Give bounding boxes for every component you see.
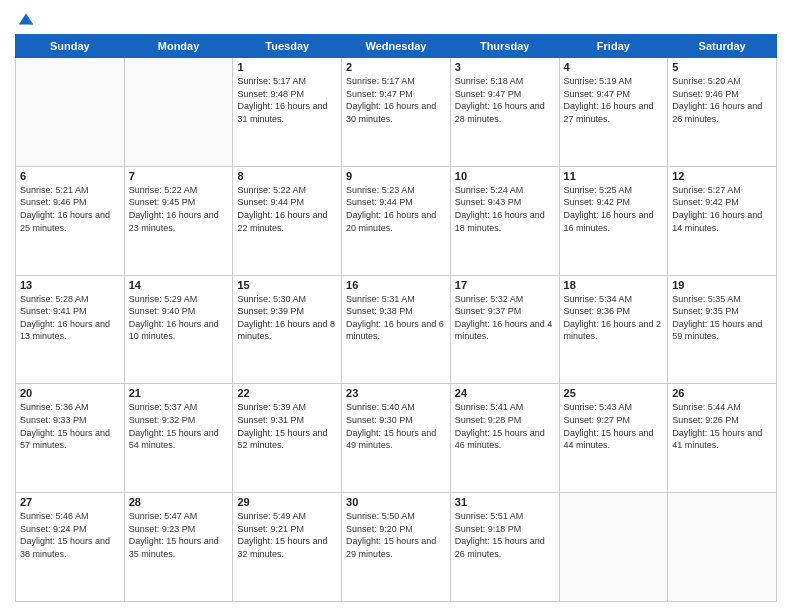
day-number: 13 [20,279,120,291]
calendar-cell: 28Sunrise: 5:47 AM Sunset: 9:23 PM Dayli… [124,493,233,602]
day-number: 2 [346,61,446,73]
calendar-cell: 26Sunrise: 5:44 AM Sunset: 9:26 PM Dayli… [668,384,777,493]
day-number: 20 [20,387,120,399]
calendar-cell: 31Sunrise: 5:51 AM Sunset: 9:18 PM Dayli… [450,493,559,602]
day-number: 26 [672,387,772,399]
calendar-cell: 8Sunrise: 5:22 AM Sunset: 9:44 PM Daylig… [233,166,342,275]
cell-text: Sunrise: 5:19 AM Sunset: 9:47 PM Dayligh… [564,75,664,125]
calendar-cell: 25Sunrise: 5:43 AM Sunset: 9:27 PM Dayli… [559,384,668,493]
calendar-cell: 21Sunrise: 5:37 AM Sunset: 9:32 PM Dayli… [124,384,233,493]
cell-text: Sunrise: 5:25 AM Sunset: 9:42 PM Dayligh… [564,184,664,234]
day-number: 11 [564,170,664,182]
calendar-cell: 18Sunrise: 5:34 AM Sunset: 9:36 PM Dayli… [559,275,668,384]
calendar-cell [16,58,125,167]
weekday-header: Thursday [450,35,559,58]
day-number: 18 [564,279,664,291]
cell-text: Sunrise: 5:46 AM Sunset: 9:24 PM Dayligh… [20,510,120,560]
header [15,10,777,28]
day-number: 8 [237,170,337,182]
calendar-cell [124,58,233,167]
calendar-cell: 23Sunrise: 5:40 AM Sunset: 9:30 PM Dayli… [342,384,451,493]
calendar-cell: 4Sunrise: 5:19 AM Sunset: 9:47 PM Daylig… [559,58,668,167]
day-number: 3 [455,61,555,73]
calendar-cell: 3Sunrise: 5:18 AM Sunset: 9:47 PM Daylig… [450,58,559,167]
cell-text: Sunrise: 5:44 AM Sunset: 9:26 PM Dayligh… [672,401,772,451]
day-number: 15 [237,279,337,291]
day-number: 16 [346,279,446,291]
day-number: 21 [129,387,229,399]
cell-text: Sunrise: 5:41 AM Sunset: 9:28 PM Dayligh… [455,401,555,451]
day-number: 12 [672,170,772,182]
calendar-cell: 6Sunrise: 5:21 AM Sunset: 9:46 PM Daylig… [16,166,125,275]
logo [15,10,35,28]
calendar-cell: 12Sunrise: 5:27 AM Sunset: 9:42 PM Dayli… [668,166,777,275]
day-number: 24 [455,387,555,399]
calendar-cell: 29Sunrise: 5:49 AM Sunset: 9:21 PM Dayli… [233,493,342,602]
page: SundayMondayTuesdayWednesdayThursdayFrid… [0,0,792,612]
cell-text: Sunrise: 5:47 AM Sunset: 9:23 PM Dayligh… [129,510,229,560]
cell-text: Sunrise: 5:22 AM Sunset: 9:45 PM Dayligh… [129,184,229,234]
day-number: 17 [455,279,555,291]
calendar-cell [668,493,777,602]
calendar-cell: 17Sunrise: 5:32 AM Sunset: 9:37 PM Dayli… [450,275,559,384]
cell-text: Sunrise: 5:29 AM Sunset: 9:40 PM Dayligh… [129,293,229,343]
day-number: 29 [237,496,337,508]
day-number: 19 [672,279,772,291]
weekday-header: Wednesday [342,35,451,58]
cell-text: Sunrise: 5:37 AM Sunset: 9:32 PM Dayligh… [129,401,229,451]
calendar-cell: 30Sunrise: 5:50 AM Sunset: 9:20 PM Dayli… [342,493,451,602]
calendar-cell: 16Sunrise: 5:31 AM Sunset: 9:38 PM Dayli… [342,275,451,384]
day-number: 9 [346,170,446,182]
cell-text: Sunrise: 5:23 AM Sunset: 9:44 PM Dayligh… [346,184,446,234]
day-number: 5 [672,61,772,73]
calendar-cell: 20Sunrise: 5:36 AM Sunset: 9:33 PM Dayli… [16,384,125,493]
day-number: 6 [20,170,120,182]
day-number: 22 [237,387,337,399]
calendar-cell: 1Sunrise: 5:17 AM Sunset: 9:48 PM Daylig… [233,58,342,167]
day-number: 14 [129,279,229,291]
cell-text: Sunrise: 5:30 AM Sunset: 9:39 PM Dayligh… [237,293,337,343]
day-number: 25 [564,387,664,399]
weekday-header: Monday [124,35,233,58]
day-number: 7 [129,170,229,182]
cell-text: Sunrise: 5:17 AM Sunset: 9:47 PM Dayligh… [346,75,446,125]
calendar-cell: 11Sunrise: 5:25 AM Sunset: 9:42 PM Dayli… [559,166,668,275]
cell-text: Sunrise: 5:34 AM Sunset: 9:36 PM Dayligh… [564,293,664,343]
cell-text: Sunrise: 5:31 AM Sunset: 9:38 PM Dayligh… [346,293,446,343]
calendar-cell: 9Sunrise: 5:23 AM Sunset: 9:44 PM Daylig… [342,166,451,275]
cell-text: Sunrise: 5:32 AM Sunset: 9:37 PM Dayligh… [455,293,555,343]
cell-text: Sunrise: 5:39 AM Sunset: 9:31 PM Dayligh… [237,401,337,451]
weekday-header: Saturday [668,35,777,58]
calendar-cell: 15Sunrise: 5:30 AM Sunset: 9:39 PM Dayli… [233,275,342,384]
cell-text: Sunrise: 5:50 AM Sunset: 9:20 PM Dayligh… [346,510,446,560]
calendar-cell: 10Sunrise: 5:24 AM Sunset: 9:43 PM Dayli… [450,166,559,275]
day-number: 1 [237,61,337,73]
calendar-cell: 13Sunrise: 5:28 AM Sunset: 9:41 PM Dayli… [16,275,125,384]
cell-text: Sunrise: 5:22 AM Sunset: 9:44 PM Dayligh… [237,184,337,234]
calendar-table: SundayMondayTuesdayWednesdayThursdayFrid… [15,34,777,602]
cell-text: Sunrise: 5:27 AM Sunset: 9:42 PM Dayligh… [672,184,772,234]
calendar-cell: 14Sunrise: 5:29 AM Sunset: 9:40 PM Dayli… [124,275,233,384]
calendar-cell: 24Sunrise: 5:41 AM Sunset: 9:28 PM Dayli… [450,384,559,493]
calendar-cell: 2Sunrise: 5:17 AM Sunset: 9:47 PM Daylig… [342,58,451,167]
day-number: 30 [346,496,446,508]
cell-text: Sunrise: 5:21 AM Sunset: 9:46 PM Dayligh… [20,184,120,234]
cell-text: Sunrise: 5:17 AM Sunset: 9:48 PM Dayligh… [237,75,337,125]
cell-text: Sunrise: 5:35 AM Sunset: 9:35 PM Dayligh… [672,293,772,343]
cell-text: Sunrise: 5:40 AM Sunset: 9:30 PM Dayligh… [346,401,446,451]
calendar-cell: 5Sunrise: 5:20 AM Sunset: 9:46 PM Daylig… [668,58,777,167]
day-number: 31 [455,496,555,508]
calendar-cell: 22Sunrise: 5:39 AM Sunset: 9:31 PM Dayli… [233,384,342,493]
day-number: 27 [20,496,120,508]
cell-text: Sunrise: 5:49 AM Sunset: 9:21 PM Dayligh… [237,510,337,560]
cell-text: Sunrise: 5:36 AM Sunset: 9:33 PM Dayligh… [20,401,120,451]
day-number: 23 [346,387,446,399]
day-number: 10 [455,170,555,182]
weekday-header: Friday [559,35,668,58]
cell-text: Sunrise: 5:51 AM Sunset: 9:18 PM Dayligh… [455,510,555,560]
calendar-cell: 27Sunrise: 5:46 AM Sunset: 9:24 PM Dayli… [16,493,125,602]
cell-text: Sunrise: 5:18 AM Sunset: 9:47 PM Dayligh… [455,75,555,125]
calendar-cell: 19Sunrise: 5:35 AM Sunset: 9:35 PM Dayli… [668,275,777,384]
logo-icon [17,10,35,28]
day-number: 28 [129,496,229,508]
